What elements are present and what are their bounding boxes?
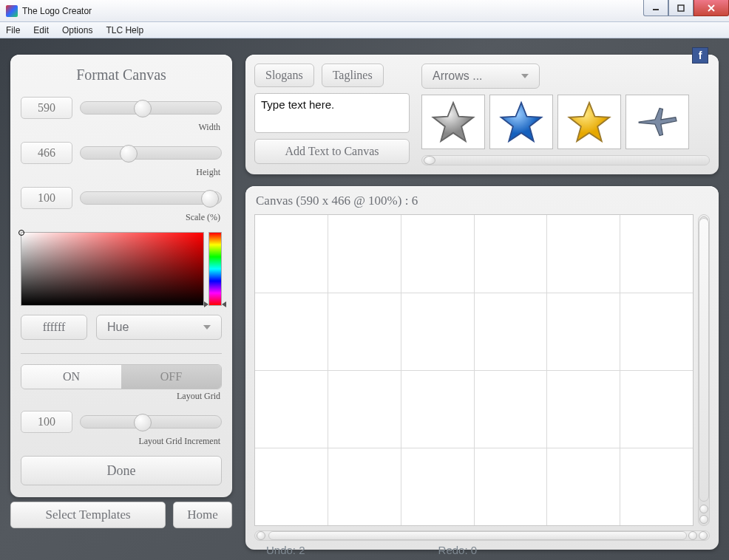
undo-status: Undo: 2 [266, 544, 305, 557]
width-value[interactable]: 590 [21, 97, 72, 119]
grid-off[interactable]: OFF [121, 365, 221, 389]
window-close-button[interactable] [694, 0, 729, 16]
scale-slider[interactable] [80, 191, 222, 205]
facebook-icon[interactable]: f [692, 47, 708, 64]
asset-star-grey[interactable] [421, 95, 485, 149]
width-label: Width [21, 122, 220, 133]
menu-file[interactable]: File [6, 25, 20, 35]
window-minimize-button[interactable] [643, 0, 668, 16]
window-titlebar: The Logo Creator [0, 0, 729, 22]
text-input[interactable]: Type text here. [254, 93, 410, 133]
canvas-horizontal-scrollbar[interactable] [254, 530, 710, 541]
scale-label: Scale (%) [21, 212, 220, 223]
grid-increment-label: Layout Grid Increment [21, 436, 220, 447]
assets-category-dropdown[interactable]: Arrows ... [421, 64, 540, 89]
taglines-button[interactable]: Taglines [322, 64, 384, 87]
sv-picker[interactable] [21, 232, 204, 306]
status-bar: Undo: 2 Redo: 0 [266, 544, 714, 557]
app-icon [6, 5, 18, 17]
width-slider[interactable] [80, 101, 222, 115]
panel-title: Format Canvas [21, 66, 222, 83]
hue-bar[interactable] [208, 232, 222, 306]
canvas-vertical-scrollbar[interactable] [698, 214, 710, 526]
svg-rect-0 [653, 9, 659, 10]
assets-category-label: Arrows ... [433, 69, 483, 83]
grid-label: Layout Grid [21, 391, 220, 402]
chevron-down-icon [203, 325, 211, 329]
height-slider[interactable] [80, 146, 222, 160]
menu-help[interactable]: TLC Help [106, 25, 143, 35]
asset-star-yellow[interactable] [557, 95, 621, 149]
hex-input[interactable]: ffffff [21, 315, 87, 340]
text-assets-panel: Slogans Taglines Type text here. Add Tex… [245, 55, 719, 174]
grid-increment-value[interactable]: 100 [21, 411, 72, 433]
done-button[interactable]: Done [21, 456, 222, 485]
height-label: Height [21, 167, 220, 178]
canvas[interactable] [254, 214, 694, 526]
grid-increment-slider[interactable] [80, 415, 222, 428]
format-canvas-panel: Format Canvas 590 Width 466 Height 100 S… [10, 55, 232, 497]
grid-toggle[interactable]: ON OFF [21, 364, 222, 389]
height-value[interactable]: 466 [21, 142, 72, 164]
add-text-button[interactable]: Add Text to Canvas [254, 139, 410, 164]
scale-value[interactable]: 100 [21, 187, 72, 209]
menu-edit[interactable]: Edit [33, 25, 49, 35]
home-button[interactable]: Home [173, 502, 232, 528]
slogans-button[interactable]: Slogans [254, 64, 314, 87]
window-maximize-button[interactable] [668, 0, 694, 16]
asset-plane[interactable] [625, 95, 689, 149]
grid-on[interactable]: ON [21, 365, 121, 389]
svg-rect-1 [678, 5, 684, 11]
asset-strip [421, 95, 710, 149]
color-mode-label: Hue [107, 321, 129, 334]
asset-star-blue[interactable] [489, 95, 553, 149]
color-mode-dropdown[interactable]: Hue [96, 315, 222, 340]
asset-scrollbar[interactable] [421, 155, 710, 165]
chevron-down-icon [521, 74, 529, 78]
color-picker [21, 232, 222, 306]
canvas-title: Canvas (590 x 466 @ 100%) : 6 [256, 194, 710, 208]
window-title: The Logo Creator [22, 6, 92, 16]
menu-bar: File Edit Options TLC Help [0, 22, 729, 38]
redo-status: Redo: 0 [438, 544, 478, 557]
select-templates-button[interactable]: Select Templates [10, 502, 166, 528]
menu-options[interactable]: Options [62, 25, 92, 35]
canvas-panel: Canvas (590 x 466 @ 100%) : 6 [245, 186, 719, 550]
